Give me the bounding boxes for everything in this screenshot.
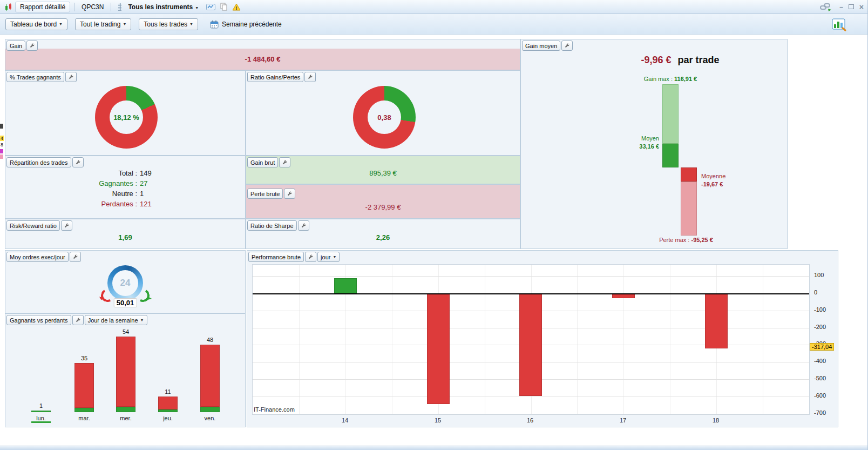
chevron-down-icon: ▼ bbox=[123, 22, 126, 26]
vgrid bbox=[670, 265, 670, 414]
wk-red bbox=[116, 337, 135, 407]
calendar-icon[interactable] bbox=[210, 20, 219, 29]
gagnants-perdants-title-button[interactable]: Gagnants vs perdants bbox=[6, 315, 71, 325]
edge-price-label: 8 bbox=[1, 142, 3, 147]
trades-filter-dropdown[interactable]: Tous les trades▼ bbox=[139, 18, 198, 30]
performance-title-button[interactable]: Performance brute bbox=[248, 252, 304, 262]
performance-panel: Performance brute jour▼ 1000-100-200-300… bbox=[247, 250, 838, 427]
perdantes-label: Perdantes : bbox=[99, 200, 137, 208]
gain-moyen-wrench-icon[interactable] bbox=[561, 41, 573, 51]
weekday-dropdown[interactable]: Jour de la semaine▼ bbox=[85, 315, 147, 325]
edge-price-label: 4 bbox=[0, 136, 4, 141]
total-value: 149 bbox=[140, 169, 152, 177]
ytick: -100 bbox=[814, 306, 826, 313]
vgrid bbox=[392, 265, 392, 414]
moyen-label: Moyen33,16 € bbox=[596, 135, 659, 151]
sharpe-wrench-icon[interactable] bbox=[298, 220, 309, 231]
perte-brute-value: -2 379,99 € bbox=[365, 203, 401, 211]
sharpe-panel: Ratio de Sharpe 2,26 bbox=[246, 219, 520, 249]
pct-trades-wrench-icon[interactable] bbox=[65, 72, 77, 82]
wk-num: 35 bbox=[73, 355, 95, 361]
edge-marker bbox=[0, 124, 3, 129]
ratio-wrench-icon[interactable] bbox=[304, 72, 316, 82]
close-button[interactable]: × bbox=[859, 3, 864, 11]
gain-brut-panel: Gain brut 895,39 € bbox=[246, 156, 520, 184]
repartition-title-button[interactable]: Répartition des trades bbox=[6, 157, 71, 167]
maximize-button[interactable] bbox=[849, 3, 854, 11]
window-bottom-frame bbox=[0, 446, 868, 450]
wk-green bbox=[74, 408, 94, 412]
instruments-dropdown[interactable]: Tous les instruments▼ bbox=[125, 2, 202, 12]
dashboard-dropdown[interactable]: Tableau de bord▼ bbox=[5, 18, 67, 30]
wk-num: 54 bbox=[115, 328, 137, 335]
gagnantes-value: 27 bbox=[140, 179, 152, 187]
last-value-badge: -317,04 bbox=[810, 343, 834, 351]
ratio-title-button[interactable]: Ratio Gains/Pertes bbox=[247, 72, 303, 82]
risk-reward-value: 1,69 bbox=[118, 233, 132, 241]
neutre-value: 1 bbox=[140, 190, 152, 198]
gain-brut-wrench-icon[interactable] bbox=[279, 157, 290, 167]
wk-red bbox=[200, 345, 220, 407]
perte-max-label: Perte max : -95,25 € bbox=[621, 236, 751, 244]
gain-max-label: Gain max : 116,91 € bbox=[602, 75, 739, 83]
copy-icon[interactable] bbox=[220, 3, 228, 11]
separator bbox=[111, 3, 111, 11]
toolbar: Tableau de bord▼ Tout le trading▼ Tous l… bbox=[0, 14, 868, 35]
lun-axis-highlight bbox=[31, 421, 51, 423]
vgrid bbox=[299, 265, 300, 414]
gain-moyen-panel: Gain moyen -9,96 € par trade Gain max : … bbox=[520, 39, 788, 249]
gain-wrench-icon[interactable] bbox=[26, 41, 38, 51]
detach-link-icon[interactable] bbox=[820, 2, 832, 11]
performance-y-axis: 1000-100-200-300-400-500-600-700 bbox=[812, 264, 838, 414]
neutre-label: Neutre : bbox=[99, 190, 137, 198]
svg-text:!: ! bbox=[236, 5, 238, 11]
tab-instrument[interactable]: QPC3N bbox=[78, 2, 107, 12]
chart-preview-icon[interactable] bbox=[206, 3, 216, 11]
wk-green bbox=[200, 407, 220, 412]
risk-reward-title-button[interactable]: Risk/Reward ratio bbox=[6, 220, 60, 231]
wk-red bbox=[158, 397, 178, 409]
xtick: 16 bbox=[519, 417, 541, 424]
period-unit-dropdown[interactable]: jour▼ bbox=[317, 252, 340, 262]
perte-brute-title-button[interactable]: Perte brute bbox=[247, 189, 283, 199]
gain-loss-ratio-donut-chart: 0,38 bbox=[353, 86, 416, 149]
chevron-down-icon: ▼ bbox=[59, 22, 63, 26]
perte-brute-wrench-icon[interactable] bbox=[284, 189, 295, 199]
repartition-panel: Répartition des trades Total :149 Gagnan… bbox=[5, 156, 246, 219]
chevron-down-icon: ▼ bbox=[333, 255, 336, 259]
vgrid bbox=[577, 265, 578, 414]
tab-rapport-detaille[interactable]: Rapport détaillé bbox=[15, 2, 70, 12]
sharpe-title-button[interactable]: Ratio de Sharpe bbox=[247, 220, 297, 231]
ytick: -500 bbox=[814, 375, 826, 381]
risk-reward-wrench-icon[interactable] bbox=[61, 220, 72, 231]
orders-gauge-icon: 24 50,01 bbox=[106, 264, 145, 303]
pbar bbox=[334, 278, 357, 293]
trading-scope-label: Tout le trading bbox=[80, 21, 120, 28]
drag-grip[interactable] bbox=[118, 3, 121, 11]
moy-ordres-panel: Moy ordres exec/jour 24 50,01 bbox=[5, 250, 246, 313]
instruments-dropdown-label: Tous les instruments bbox=[128, 3, 193, 11]
performance-wrench-icon[interactable] bbox=[305, 252, 316, 262]
gain-title-button[interactable]: Gain bbox=[6, 41, 25, 51]
maximize-icon bbox=[849, 4, 854, 9]
ytick: 0 bbox=[814, 289, 817, 295]
report-settings-icon[interactable] bbox=[831, 17, 847, 32]
trading-scope-dropdown[interactable]: Tout le trading▼ bbox=[75, 18, 131, 30]
vgrid bbox=[763, 265, 763, 414]
gagnants-perdants-wrench-icon[interactable] bbox=[72, 315, 84, 325]
warning-icon[interactable]: ! bbox=[232, 3, 241, 11]
gagnantes-label: Gagnantes : bbox=[99, 179, 137, 187]
minimize-button[interactable]: – bbox=[839, 3, 843, 11]
chevron-down-icon: ▼ bbox=[189, 22, 193, 26]
gain-brut-title-button[interactable]: Gain brut bbox=[247, 157, 278, 167]
titlebar: Rapport détaillé QPC3N Tous les instrume… bbox=[0, 0, 868, 14]
pct-trades-title-button[interactable]: % Trades gagnants bbox=[6, 72, 64, 82]
ytick: -200 bbox=[814, 324, 826, 330]
moy-ordres-wrench-icon[interactable] bbox=[70, 252, 81, 262]
gain-average-bar bbox=[662, 144, 679, 167]
ytick: -400 bbox=[814, 358, 826, 364]
gain-moyen-title-button[interactable]: Gain moyen bbox=[522, 41, 560, 51]
moy-ordres-title-button[interactable]: Moy ordres exec/jour bbox=[6, 252, 69, 262]
repartition-wrench-icon[interactable] bbox=[72, 157, 84, 167]
wk-cat: mer. bbox=[115, 415, 137, 421]
